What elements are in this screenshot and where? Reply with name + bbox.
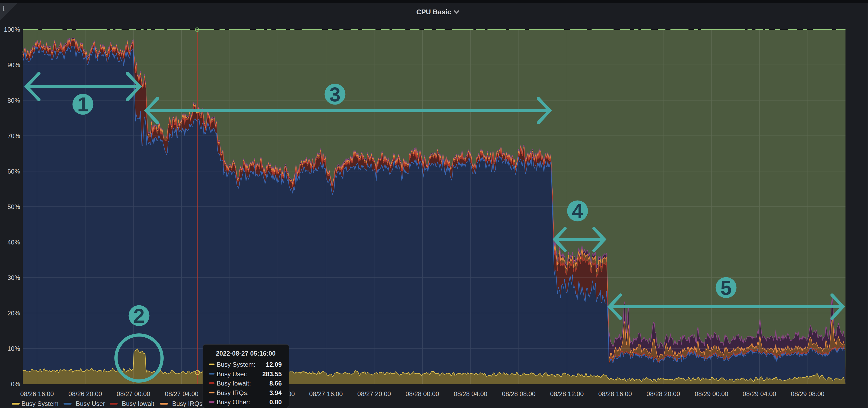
svg-text:Busy User:: Busy User: <box>217 370 248 378</box>
svg-text:70%: 70% <box>7 132 20 139</box>
svg-text:Busy System:: Busy System: <box>217 361 255 368</box>
svg-text:08/26 16:00: 08/26 16:00 <box>21 390 54 398</box>
svg-text:0%: 0% <box>11 380 20 387</box>
svg-text:0.80: 0.80 <box>269 399 282 406</box>
svg-text:08/26 20:00: 08/26 20:00 <box>69 390 102 398</box>
svg-text:08/28 16:00: 08/28 16:00 <box>598 390 632 398</box>
svg-text:90%: 90% <box>7 61 20 69</box>
svg-text:08/28 04:00: 08/28 04:00 <box>454 390 488 398</box>
svg-text:i: i <box>3 4 5 12</box>
svg-text:80%: 80% <box>7 97 20 104</box>
svg-text:4: 4 <box>572 200 583 222</box>
svg-text:100%: 100% <box>4 26 20 33</box>
svg-text:Busy IRQs: Busy IRQs <box>172 400 203 407</box>
svg-text:08/28 00:00: 08/28 00:00 <box>406 390 439 398</box>
svg-text:8.66: 8.66 <box>269 380 282 387</box>
svg-text:08/27 20:00: 08/27 20:00 <box>358 390 391 398</box>
svg-text:Busy User: Busy User <box>76 400 105 407</box>
svg-text:2022-08-27 05:16:00: 2022-08-27 05:16:00 <box>216 350 276 357</box>
svg-text:60%: 60% <box>7 168 20 175</box>
svg-text:08/29 04:00: 08/29 04:00 <box>743 390 776 398</box>
svg-text:08/28 12:00: 08/28 12:00 <box>550 390 584 398</box>
svg-text:10%: 10% <box>7 345 20 352</box>
svg-text:50%: 50% <box>7 203 20 210</box>
svg-text:3: 3 <box>330 83 341 106</box>
svg-text:30%: 30% <box>7 274 20 281</box>
svg-text:2: 2 <box>133 305 145 327</box>
svg-text:08/28 08:00: 08/28 08:00 <box>502 390 536 398</box>
svg-text:08/29 08:00: 08/29 08:00 <box>791 390 825 398</box>
svg-text:08/27 16:00: 08/27 16:00 <box>309 390 343 398</box>
svg-text:Busy System: Busy System <box>22 400 59 407</box>
svg-text:3.94: 3.94 <box>269 389 282 396</box>
svg-text:08/28 20:00: 08/28 20:00 <box>647 390 680 398</box>
svg-text:08/27 00:00: 08/27 00:00 <box>117 390 150 398</box>
svg-text:Busy Other:: Busy Other: <box>217 399 250 406</box>
svg-text:40%: 40% <box>7 239 20 246</box>
svg-text:08/29 00:00: 08/29 00:00 <box>695 390 728 398</box>
svg-text:5: 5 <box>720 276 732 299</box>
svg-text:Busy Iowait: Busy Iowait <box>122 400 154 407</box>
svg-text:08/27 04:00: 08/27 04:00 <box>165 390 198 398</box>
svg-text:CPU Basic: CPU Basic <box>416 8 451 16</box>
svg-text:12.09: 12.09 <box>266 361 282 368</box>
svg-text:Busy Iowait:: Busy Iowait: <box>217 380 251 387</box>
svg-text:1: 1 <box>77 93 88 115</box>
svg-text:283.55: 283.55 <box>262 370 282 378</box>
svg-text:Busy IRQs:: Busy IRQs: <box>217 389 249 396</box>
svg-text:20%: 20% <box>7 310 20 317</box>
